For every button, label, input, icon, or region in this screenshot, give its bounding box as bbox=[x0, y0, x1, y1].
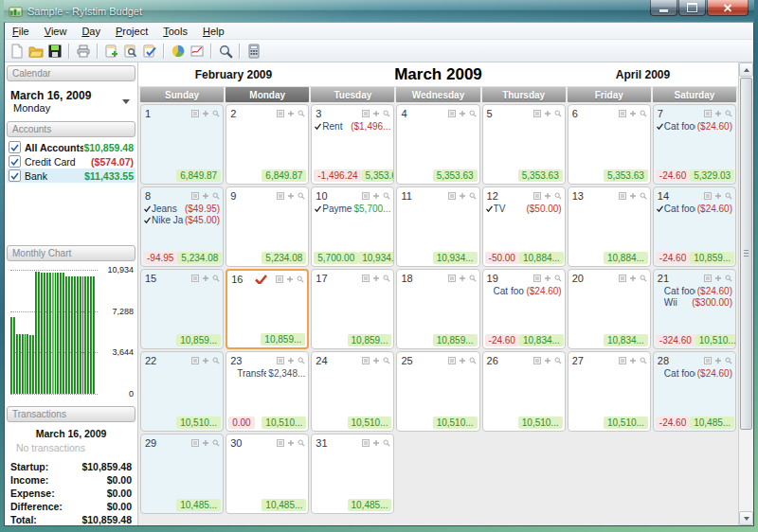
day-note-icon[interactable] bbox=[448, 192, 456, 200]
day-zoom-icon[interactable] bbox=[469, 110, 477, 117]
transaction-item[interactable]: Cat food($24.60) bbox=[657, 285, 732, 296]
day-note-icon[interactable] bbox=[619, 357, 626, 364]
transaction-item[interactable]: Nike Jac...($45.00) bbox=[144, 214, 220, 225]
day-cell-27[interactable]: 2710,510... bbox=[568, 351, 651, 432]
day-zoom-icon[interactable] bbox=[469, 192, 477, 200]
maximize-button[interactable] bbox=[678, 0, 706, 16]
chart-panel-header[interactable]: Monthly Chart bbox=[7, 245, 135, 261]
menu-project[interactable]: Project bbox=[108, 25, 155, 38]
day-zoom-icon[interactable] bbox=[554, 110, 562, 117]
menu-file[interactable]: File bbox=[5, 25, 37, 38]
day-note-icon[interactable] bbox=[191, 110, 199, 117]
calendar-add-icon[interactable] bbox=[103, 43, 120, 60]
transaction-item[interactable]: Cat food($24.60) bbox=[486, 285, 562, 296]
transaction-item[interactable]: Transfer$2,348... bbox=[229, 367, 305, 379]
vertical-scrollbar[interactable] bbox=[738, 62, 753, 525]
day-add-icon[interactable] bbox=[629, 357, 637, 364]
day-note-icon[interactable] bbox=[362, 110, 370, 117]
day-cell-24[interactable]: 2410,510... bbox=[311, 351, 394, 432]
transaction-item[interactable]: Jeans($49.95) bbox=[144, 203, 220, 214]
day-note-icon[interactable] bbox=[533, 275, 541, 282]
day-note-icon[interactable] bbox=[277, 357, 284, 364]
day-note-icon[interactable] bbox=[191, 439, 199, 447]
day-cell-30[interactable]: 3010,485... bbox=[226, 434, 309, 514]
new-file-icon[interactable] bbox=[9, 43, 26, 60]
day-add-icon[interactable] bbox=[372, 357, 380, 364]
account-checkbox[interactable] bbox=[9, 169, 21, 182]
day-add-icon[interactable] bbox=[202, 192, 209, 200]
day-add-icon[interactable] bbox=[629, 110, 637, 117]
day-add-icon[interactable] bbox=[629, 192, 637, 200]
day-cell-6[interactable]: 65,353.63 bbox=[568, 104, 651, 185]
day-note-icon[interactable] bbox=[276, 275, 283, 283]
day-zoom-icon[interactable] bbox=[212, 192, 220, 200]
day-zoom-icon[interactable] bbox=[383, 110, 390, 117]
day-zoom-icon[interactable] bbox=[725, 192, 732, 200]
day-cell-15[interactable]: 1510,859... bbox=[140, 269, 224, 349]
day-add-icon[interactable] bbox=[459, 275, 466, 282]
day-note-icon[interactable] bbox=[362, 357, 370, 364]
day-note-icon[interactable] bbox=[448, 110, 456, 117]
account-row[interactable]: All Accounts$10,859.48 bbox=[7, 140, 135, 154]
day-zoom-icon[interactable] bbox=[469, 275, 477, 282]
day-zoom-icon[interactable] bbox=[469, 357, 477, 364]
day-zoom-icon[interactable] bbox=[298, 192, 305, 200]
day-cell-18[interactable]: 1810,859... bbox=[396, 269, 479, 349]
day-note-icon[interactable] bbox=[533, 110, 541, 117]
day-zoom-icon[interactable] bbox=[297, 275, 304, 283]
day-cell-2[interactable]: 26,849.87 bbox=[226, 104, 309, 185]
day-add-icon[interactable] bbox=[459, 357, 466, 364]
transaction-item[interactable]: TV($50.00) bbox=[486, 203, 562, 214]
day-note-icon[interactable] bbox=[362, 439, 370, 447]
day-add-icon[interactable] bbox=[544, 192, 551, 200]
prev-month-label[interactable]: February 2009 bbox=[138, 68, 329, 81]
day-cell-8[interactable]: 8Jeans($49.95)Nike Jac...($45.00)-94.955… bbox=[140, 186, 224, 267]
day-cell-22[interactable]: 2210,510... bbox=[140, 351, 224, 432]
day-add-icon[interactable] bbox=[544, 357, 551, 364]
day-zoom-icon[interactable] bbox=[725, 275, 732, 282]
next-month-label[interactable]: April 2009 bbox=[548, 68, 738, 81]
day-cell-3[interactable]: 3Rent($1,496...-1,496.245,353.63 bbox=[311, 104, 394, 185]
day-add-icon[interactable] bbox=[629, 275, 637, 282]
account-checkbox[interactable] bbox=[9, 141, 21, 153]
minimize-button[interactable] bbox=[650, 0, 677, 16]
menu-tools[interactable]: Tools bbox=[155, 25, 195, 38]
date-selector[interactable]: March 16, 2009 Monday bbox=[7, 82, 135, 120]
scrollbar-thumb[interactable] bbox=[740, 78, 752, 430]
day-zoom-icon[interactable] bbox=[640, 192, 647, 200]
close-button[interactable] bbox=[707, 0, 749, 16]
day-note-icon[interactable] bbox=[448, 275, 456, 282]
day-add-icon[interactable] bbox=[459, 110, 466, 117]
day-note-icon[interactable] bbox=[277, 439, 284, 447]
day-note-icon[interactable] bbox=[704, 192, 712, 200]
day-cell-7[interactable]: 7Cat food($24.60)-24.605,329.03 bbox=[653, 104, 736, 185]
day-note-icon[interactable] bbox=[533, 357, 541, 364]
day-cell-25[interactable]: 2510,510... bbox=[396, 351, 479, 432]
scroll-down-arrow[interactable] bbox=[739, 511, 753, 525]
day-add-icon[interactable] bbox=[714, 275, 722, 282]
day-note-icon[interactable] bbox=[191, 275, 199, 282]
day-zoom-icon[interactable] bbox=[298, 439, 305, 447]
day-add-icon[interactable] bbox=[202, 439, 209, 447]
day-add-icon[interactable] bbox=[714, 192, 722, 200]
day-zoom-icon[interactable] bbox=[383, 439, 390, 447]
day-note-icon[interactable] bbox=[362, 192, 370, 200]
day-note-icon[interactable] bbox=[619, 275, 626, 282]
day-add-icon[interactable] bbox=[202, 357, 209, 364]
transactions-panel-header[interactable]: Transactions bbox=[7, 406, 135, 422]
accounts-panel-header[interactable]: Accounts bbox=[7, 121, 135, 137]
day-cell-14[interactable]: 14Cat food($24.60)-24.6010,859... bbox=[653, 186, 736, 267]
day-zoom-icon[interactable] bbox=[554, 357, 562, 364]
day-cell-10[interactable]: 10Payment$5,700...5,700.0010,934... bbox=[311, 186, 394, 267]
day-zoom-icon[interactable] bbox=[298, 110, 305, 117]
day-note-icon[interactable] bbox=[704, 110, 712, 117]
day-zoom-icon[interactable] bbox=[212, 357, 220, 364]
day-add-icon[interactable] bbox=[544, 110, 551, 117]
day-add-icon[interactable] bbox=[372, 110, 380, 117]
day-add-icon[interactable] bbox=[714, 357, 722, 364]
day-note-icon[interactable] bbox=[191, 357, 199, 364]
transaction-item[interactable]: Wii($300.00) bbox=[657, 296, 732, 308]
day-note-icon[interactable] bbox=[191, 192, 199, 200]
day-add-icon[interactable] bbox=[372, 275, 380, 282]
day-zoom-icon[interactable] bbox=[640, 275, 647, 282]
